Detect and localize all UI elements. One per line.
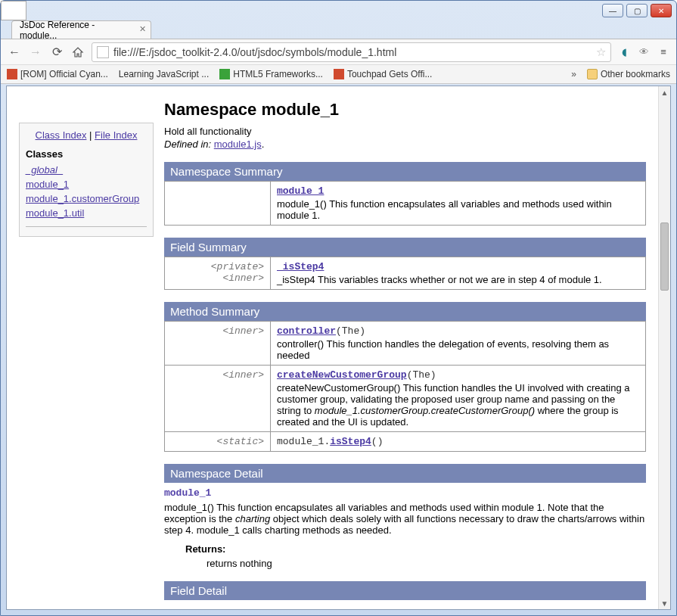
symbol-link[interactable]: controller <box>277 325 336 337</box>
defined-in-link[interactable]: module1.js <box>214 138 262 150</box>
field-summary-table: <private> <inner> _isStep4 _isStep4 This… <box>164 257 646 290</box>
bookmark-icon <box>219 69 230 79</box>
field-detail-heading: Field Detail <box>164 581 646 600</box>
method-summary-heading: Method Summary <box>164 302 646 321</box>
defined-in: Defined in: module1.js. <box>164 138 646 150</box>
symbol-link[interactable]: _isStep4 <box>277 261 324 272</box>
returns-heading: Returns: <box>185 543 646 555</box>
class-link[interactable]: module_1 <box>26 179 147 190</box>
back-button[interactable]: ← <box>7 45 22 60</box>
attributes-cell: <inner> <box>165 322 271 366</box>
class-link[interactable]: _global_ <box>26 164 147 176</box>
class-index-link[interactable]: Class Index <box>36 129 87 141</box>
page-icon <box>97 46 109 58</box>
field-summary-heading: Field Summary <box>164 238 646 257</box>
home-button[interactable] <box>70 45 85 60</box>
bookmark-item[interactable]: Touchpad Gets Offi... <box>334 69 433 79</box>
class-link[interactable]: module_1.util <box>26 207 147 219</box>
bookmarks-overflow-icon[interactable]: » <box>571 69 576 79</box>
bookmark-icon <box>7 69 17 79</box>
attributes-cell: <inner> <box>165 366 271 432</box>
scroll-thumb[interactable] <box>660 222 669 291</box>
table-row: <inner> createNewCustomerGroup(The) crea… <box>165 366 646 432</box>
attributes-cell <box>165 182 271 226</box>
classes-heading: Classes <box>26 148 147 160</box>
bookmark-item[interactable]: HTML5 Frameworks... <box>219 69 323 79</box>
other-bookmarks[interactable]: Other bookmarks <box>587 69 670 79</box>
vertical-scrollbar[interactable]: ▲ ▼ <box>658 86 670 609</box>
scroll-down-icon[interactable]: ▼ <box>659 597 670 609</box>
attributes-cell: <private> <inner> <box>165 257 271 290</box>
class-list: _global_ module_1 module_1.customerGroup… <box>26 164 147 219</box>
symbol-link[interactable]: createNewCustomerGroup <box>277 369 407 381</box>
row-desc: controller() This function handles the d… <box>277 338 639 361</box>
bookmark-item[interactable]: Learning JavaScript ... <box>119 69 209 79</box>
table-row: <private> <inner> _isStep4 _isStep4 This… <box>165 257 646 290</box>
extension-eye-icon[interactable]: 👁 <box>637 45 651 59</box>
reload-button[interactable]: ⟳ <box>49 45 64 60</box>
class-link[interactable]: module_1.customerGroup <box>26 193 147 204</box>
table-row: <inner> controller(The) controller() Thi… <box>165 322 646 366</box>
bookmark-star-icon[interactable]: ☆ <box>596 45 606 59</box>
extension-icon[interactable]: ◖ <box>617 45 631 59</box>
symbol-link[interactable]: module_1 <box>277 185 324 197</box>
table-row: module_1 module_1() This function encaps… <box>165 182 646 226</box>
file-index-link[interactable]: File Index <box>95 129 137 141</box>
menu-icon[interactable]: ≡ <box>657 45 670 59</box>
address-bar[interactable]: file:///E:/jsdoc_toolkit-2.4.0/out/jsdoc… <box>92 42 611 62</box>
row-desc: createNewCustomerGroup() This function h… <box>277 382 639 428</box>
forward-button[interactable]: → <box>28 45 43 60</box>
attributes-cell: <static> <box>165 432 271 452</box>
window-titlebar: — ▢ ✕ <box>1 1 676 17</box>
detail-name: module_1 <box>164 487 646 499</box>
window-maximize-button[interactable]: ▢ <box>626 4 647 17</box>
window-close-button[interactable]: ✕ <box>651 4 672 17</box>
tab-title: JsDoc Reference - module... <box>20 20 134 41</box>
bookmark-icon <box>334 69 344 79</box>
namespace-detail-heading: Namespace Detail <box>164 464 646 483</box>
row-desc: _isStep4 This variables tracks whether o… <box>277 274 639 285</box>
namespace-summary-heading: Namespace Summary <box>164 162 646 181</box>
table-row: <static> module_1.isStep4() <box>165 432 646 452</box>
bookmark-icon <box>1 1 26 20</box>
folder-icon <box>587 69 598 79</box>
sidebar: Class Index | File Index Classes _global… <box>19 123 154 237</box>
detail-body: module_1() This function encapsulates al… <box>164 502 646 536</box>
page-title: Namespace module_1 <box>164 100 646 120</box>
url-text: file:///E:/jsdoc_toolkit-2.4.0/out/jsdoc… <box>113 46 596 58</box>
symbol-link[interactable]: isStep4 <box>330 436 371 447</box>
browser-tabstrip: JsDoc Reference - module... ✕ <box>1 17 676 39</box>
method-summary-table: <inner> controller(The) controller() Thi… <box>164 321 646 452</box>
browser-toolbar: ← → ⟳ file:///E:/jsdoc_toolkit-2.4.0/out… <box>1 39 676 64</box>
scroll-up-icon[interactable]: ▲ <box>659 86 670 98</box>
bookmarks-bar: [ROM] Official Cyan... Learning JavaScri… <box>1 64 676 84</box>
row-desc: module_1() This function encapsulates al… <box>277 198 639 221</box>
returns-value: returns nothing <box>207 558 646 569</box>
page-viewport: Class Index | File Index Classes _global… <box>6 86 671 610</box>
bookmark-item[interactable]: [ROM] Official Cyan... <box>7 69 108 79</box>
browser-tab[interactable]: JsDoc Reference - module... ✕ <box>11 20 151 39</box>
namespace-summary-table: module_1 module_1() This function encaps… <box>164 181 646 226</box>
window-minimize-button[interactable]: — <box>602 4 623 17</box>
tab-close-icon[interactable]: ✕ <box>139 24 146 34</box>
page-tagline: Hold all functionality <box>164 126 646 137</box>
main-content: Namespace module_1 Hold all functionalit… <box>164 95 646 600</box>
